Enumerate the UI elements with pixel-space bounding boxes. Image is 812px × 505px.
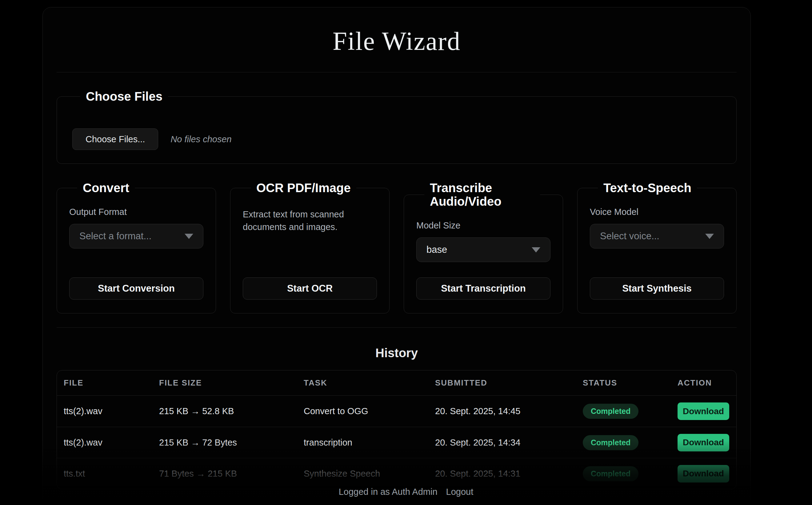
submitted-cell: 20. Sept. 2025, 14:34 — [435, 438, 583, 448]
voice-model-select-value: Select voice... — [600, 231, 659, 242]
model-size-select[interactable]: base — [416, 237, 550, 262]
column-header-file-size: File Size — [159, 378, 304, 388]
start-transcription-button[interactable]: Start Transcription — [416, 278, 550, 300]
table-row: tts(2).wav 215 KB → 72 Bytes transcripti… — [57, 427, 736, 458]
submitted-cell: 20. Sept. 2025, 14:45 — [435, 406, 583, 416]
status-badge: Completed — [583, 435, 638, 450]
status-cell: Completed — [583, 466, 678, 481]
history-title: History — [57, 346, 737, 360]
convert-panel-legend: Convert — [77, 181, 135, 195]
transcribe-panel-legend: Transcribe Audio/Video — [424, 181, 540, 208]
choose-files-row: Choose Files... No files chosen — [72, 128, 723, 150]
file-size-cell: 215 KB → 72 Bytes — [159, 438, 304, 448]
logout-link[interactable]: Logout — [446, 487, 474, 497]
action-cell: Download — [678, 465, 730, 483]
action-cell: Download — [678, 402, 730, 420]
file-size-cell: 215 KB → 52.8 KB — [159, 406, 304, 416]
title-divider — [57, 72, 737, 72]
start-synthesis-button[interactable]: Start Synthesis — [590, 278, 724, 300]
no-files-chosen-text: No files chosen — [171, 134, 231, 144]
column-header-action: Action — [678, 378, 730, 388]
choose-files-legend: Choose Files — [80, 90, 168, 103]
output-format-select[interactable]: Select a format... — [69, 224, 203, 248]
history-divider — [57, 327, 737, 328]
history-table-body: tts(2).wav 215 KB → 52.8 KB Convert to O… — [57, 396, 736, 489]
status-cell: Completed — [583, 435, 678, 450]
start-conversion-button[interactable]: Start Conversion — [69, 278, 203, 300]
voice-model-label: Voice Model — [590, 207, 724, 217]
action-cell: Download — [678, 434, 730, 452]
column-header-file: File — [64, 378, 159, 388]
tool-panels: Convert Output Format Select a format...… — [57, 181, 737, 314]
page-title: File Wizard — [57, 27, 737, 55]
chevron-down-icon — [185, 234, 193, 239]
history-table: File File Size Task Submitted Status Act… — [57, 370, 737, 489]
model-size-select-value: base — [427, 244, 447, 255]
task-cell: Convert to OGG — [304, 406, 435, 416]
status-badge: Completed — [583, 404, 638, 419]
file-size-cell: 71 Bytes → 215 KB — [159, 469, 304, 479]
submitted-cell: 20. Sept. 2025, 14:31 — [435, 469, 583, 479]
output-format-label: Output Format — [69, 207, 203, 217]
model-size-label: Model Size — [416, 220, 550, 231]
column-header-status: Status — [583, 378, 678, 388]
task-cell: Synthesize Speech — [304, 469, 435, 479]
file-cell: tts(2).wav — [64, 406, 159, 416]
voice-model-select[interactable]: Select voice... — [590, 224, 724, 248]
file-cell: tts(2).wav — [64, 438, 159, 448]
download-button[interactable]: Download — [678, 402, 729, 420]
download-button[interactable]: Download — [678, 465, 729, 483]
ocr-panel: OCR PDF/Image Extract text from scanned … — [230, 181, 389, 314]
ocr-description: Extract text from scanned documents and … — [243, 208, 347, 233]
chevron-down-icon — [705, 234, 714, 239]
download-button[interactable]: Download — [678, 434, 729, 452]
column-header-task: Task — [304, 378, 435, 388]
start-ocr-button[interactable]: Start OCR — [243, 278, 377, 300]
task-cell: transcription — [304, 438, 435, 448]
status-badge: Completed — [583, 466, 638, 481]
logged-in-text: Logged in as Auth Admin — [339, 487, 438, 497]
choose-files-button[interactable]: Choose Files... — [72, 128, 158, 150]
ocr-panel-legend: OCR PDF/Image — [251, 181, 356, 195]
file-cell: tts.txt — [64, 469, 159, 479]
main-container: File Wizard Choose Files Choose Files...… — [42, 7, 751, 505]
chevron-down-icon — [532, 247, 540, 252]
convert-panel: Convert Output Format Select a format...… — [57, 181, 216, 314]
table-row: tts.txt 71 Bytes → 215 KB Synthesize Spe… — [57, 458, 736, 489]
choose-files-section: Choose Files Choose Files... No files ch… — [57, 90, 737, 164]
tts-panel-legend: Text-to-Speech — [598, 181, 697, 195]
transcribe-panel: Transcribe Audio/Video Model Size base S… — [404, 181, 563, 314]
output-format-select-value: Select a format... — [79, 231, 152, 242]
column-header-submitted: Submitted — [435, 378, 583, 388]
footer: Logged in as Auth Admin Logout — [0, 487, 812, 497]
table-row: tts(2).wav 215 KB → 52.8 KB Convert to O… — [57, 396, 736, 427]
history-table-header: File File Size Task Submitted Status Act… — [57, 370, 736, 396]
status-cell: Completed — [583, 404, 678, 419]
tts-panel: Text-to-Speech Voice Model Select voice.… — [577, 181, 737, 314]
